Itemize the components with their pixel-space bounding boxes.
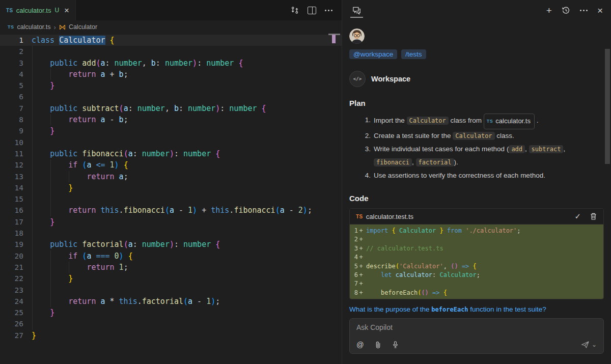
plan-item: 1.Import the Calculator class from TScal… bbox=[349, 114, 604, 129]
code-block-body[interactable]: 1+import { Calculator } from './calculat… bbox=[350, 225, 603, 299]
code-line: 16 return this.fibonacci(a - 1) + this.f… bbox=[0, 205, 342, 216]
code-line: 1class Calculator { bbox=[0, 35, 342, 46]
tab-calculator-ts[interactable]: TS calculator.ts U × bbox=[0, 0, 76, 20]
send-options-chevron-icon[interactable]: ⌄ bbox=[592, 341, 597, 348]
code-line: 8 return a - b; bbox=[0, 114, 342, 125]
vscode-window: TS calculator.ts U × TS bbox=[0, 0, 611, 364]
user-avatar bbox=[349, 29, 365, 44]
diff-added-line: 1+import { Calculator } from './calculat… bbox=[352, 227, 603, 235]
diff-added-line: 3+// calculator.test.ts bbox=[352, 244, 603, 253]
git-status-badge: U bbox=[54, 7, 59, 14]
chat-more-actions-icon[interactable] bbox=[580, 10, 588, 11]
diff-added-line: 2+ bbox=[352, 235, 603, 244]
chat-input-toolbar: @ bbox=[356, 341, 597, 349]
code-line: 25 } bbox=[0, 307, 342, 318]
microphone-icon[interactable] bbox=[392, 341, 399, 349]
chat-input-box[interactable]: @ bbox=[349, 318, 604, 354]
code-line: 24 return a * this.factorial(a - 1); bbox=[0, 296, 342, 307]
code-line: 19 public factorial(a: number): number { bbox=[0, 239, 342, 250]
plan-heading: Plan bbox=[349, 99, 604, 107]
typescript-file-icon: TS bbox=[8, 24, 14, 30]
file-reference-pill[interactable]: TScalculator.ts bbox=[484, 114, 535, 129]
chat-input[interactable] bbox=[356, 323, 597, 331]
new-chat-icon[interactable]: + bbox=[546, 6, 552, 15]
code-line: 17 } bbox=[0, 216, 342, 228]
chat-scrollbar-thumb[interactable] bbox=[605, 49, 610, 164]
workspace-header: </> Workspace bbox=[349, 71, 604, 87]
code-block-card: TS calculator.test.ts ✓ bbox=[349, 208, 604, 299]
code-line: 27} bbox=[0, 330, 342, 341]
code-editor[interactable]: 1class Calculator {23 public add(a: numb… bbox=[0, 34, 342, 364]
diff-added-line: 5+describe('Calculator', () => { bbox=[352, 262, 603, 271]
code-line: 9 } bbox=[0, 125, 342, 136]
diff-added-line: 6+ let calculator: Calculator; bbox=[352, 271, 603, 279]
close-panel-icon[interactable]: × bbox=[597, 6, 603, 15]
chat-toolbar: + × bbox=[342, 0, 611, 20]
editor-more-actions-icon[interactable] bbox=[325, 10, 332, 11]
code-heading: Code bbox=[349, 194, 604, 203]
code-line: 7 public subtract(a: number, b: number):… bbox=[0, 103, 342, 114]
code-line: 12 if (a <= 1) { bbox=[0, 159, 342, 171]
history-icon[interactable] bbox=[562, 6, 570, 15]
code-line: 26 bbox=[0, 318, 342, 329]
code-line: 13 return a; bbox=[0, 171, 342, 182]
breadcrumb: TS calculator.ts › Calculator bbox=[0, 20, 342, 34]
send-icon[interactable] bbox=[581, 341, 590, 349]
code-line: 5 } bbox=[0, 80, 342, 91]
code-block-header: TS calculator.test.ts ✓ bbox=[350, 209, 603, 225]
diff-added-line: 8+ beforeEach(() => { bbox=[352, 289, 603, 297]
editor-actions bbox=[291, 0, 342, 20]
symbol-class-icon bbox=[59, 24, 66, 31]
copilot-chat-panel: + × bbox=[342, 0, 611, 364]
attach-paperclip-icon[interactable] bbox=[375, 341, 381, 349]
mention-at-icon[interactable]: @ bbox=[356, 341, 364, 349]
open-changes-icon[interactable] bbox=[291, 6, 299, 14]
breadcrumb-symbol[interactable]: Calculator bbox=[69, 23, 97, 31]
inline-code-chip: subtract bbox=[529, 145, 564, 153]
chat-content: @workspace /tests </> Workspace Plan 1.I… bbox=[342, 20, 611, 364]
apply-check-icon[interactable]: ✓ bbox=[574, 212, 581, 221]
followup-suggestion-link[interactable]: What is the purpose of the beforeEach fu… bbox=[349, 305, 604, 313]
code-line: 10 bbox=[0, 137, 342, 148]
inline-code-chip: fibonacci bbox=[374, 158, 412, 166]
code-block-filename: calculator.test.ts bbox=[366, 213, 413, 220]
agent-chip: @workspace bbox=[349, 49, 397, 59]
plan-item: 4.Use assertions to verify the correctne… bbox=[349, 169, 604, 182]
tab-title: calculator.ts bbox=[16, 7, 51, 14]
code-line: 11 public fibonacci(a: number): number { bbox=[0, 148, 342, 159]
inline-code-chip: Calculator bbox=[407, 117, 449, 125]
typescript-test-file-icon: TS bbox=[356, 214, 363, 219]
inline-mono-text: beforeEach bbox=[431, 306, 468, 313]
code-slash-icon: </> bbox=[349, 71, 366, 87]
diff-added-line: 7+ bbox=[352, 279, 603, 288]
plan-item: 2.Create a test suite for the Calculator… bbox=[349, 129, 604, 143]
code-line: 4 return a + b; bbox=[0, 69, 342, 80]
code-line: 15 bbox=[0, 193, 342, 205]
workspace-label: Workspace bbox=[371, 75, 410, 83]
code-line: 20 if (a === 0) { bbox=[0, 250, 342, 262]
code-line: 18 bbox=[0, 228, 342, 239]
code-line: 22 } bbox=[0, 273, 342, 284]
slash-command-chip: /tests bbox=[401, 49, 426, 59]
code-line: 21 return 1; bbox=[0, 262, 342, 273]
code-line: 2 bbox=[0, 46, 342, 57]
breadcrumb-file[interactable]: calculator.ts bbox=[17, 23, 51, 31]
plan-list: 1.Import the Calculator class from TScal… bbox=[349, 114, 604, 182]
plan-item: 3.Write individual test cases for each m… bbox=[349, 143, 604, 169]
inline-code-chip: add bbox=[509, 145, 525, 153]
code-line: 23 bbox=[0, 285, 342, 296]
editor-tab-bar: TS calculator.ts U × bbox=[0, 0, 342, 20]
chat-tab-icon[interactable] bbox=[350, 0, 363, 20]
code-line: 14 } bbox=[0, 182, 342, 193]
code-line: 3 public add(a: number, b: number): numb… bbox=[0, 58, 342, 69]
typescript-file-icon: TS bbox=[6, 8, 13, 13]
user-message: @workspace /tests bbox=[349, 49, 604, 59]
chevron-right-icon: › bbox=[54, 23, 56, 31]
inline-code-chip: Calculator bbox=[453, 132, 494, 140]
discard-trash-icon[interactable] bbox=[590, 212, 597, 220]
code-line: 6 bbox=[0, 91, 342, 102]
close-tab-icon[interactable]: × bbox=[64, 6, 69, 15]
diff-added-line: 4+ bbox=[352, 253, 603, 262]
split-editor-icon[interactable] bbox=[308, 7, 316, 14]
inline-code-chip: factorial bbox=[416, 158, 454, 166]
